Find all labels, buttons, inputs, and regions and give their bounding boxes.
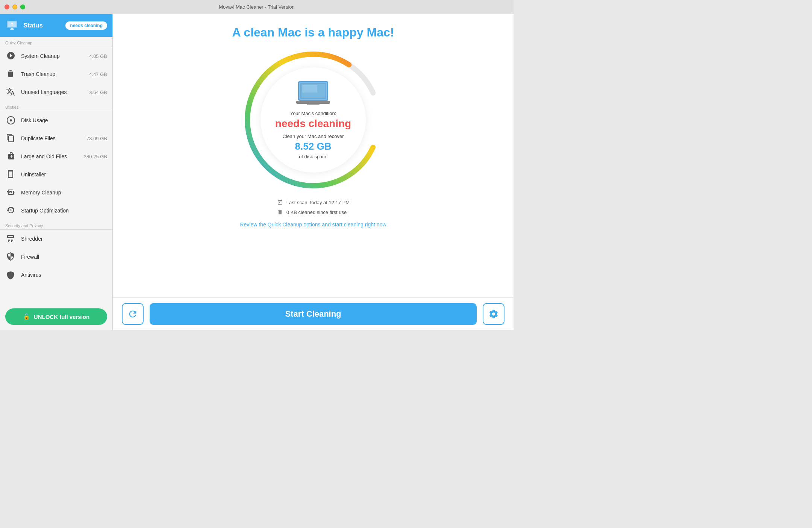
main-inner: A clean Mac is a happy Mac! (113, 14, 514, 297)
close-button[interactable] (5, 5, 9, 9)
sidebar-item-firewall[interactable]: Firewall (0, 248, 112, 266)
trash-cleanup-size: 4.47 GB (89, 71, 107, 77)
calendar-icon (277, 199, 283, 206)
trash-cleanup-icon (5, 68, 17, 80)
refresh-button[interactable] (122, 303, 144, 325)
svg-rect-9 (302, 85, 317, 93)
duplicate-files-label: Duplicate Files (21, 135, 82, 141)
refresh-icon (127, 309, 138, 319)
scan-cleaned-row: 0 KB cleaned since first use (277, 209, 347, 215)
disk-usage-label: Disk Usage (21, 117, 103, 123)
large-old-files-icon (5, 151, 17, 162)
antivirus-icon (5, 269, 17, 281)
recover-sub: of disk space (299, 154, 327, 159)
sidebar-item-system-cleanup[interactable]: System Cleanup 4.05 GB (0, 47, 112, 65)
large-old-files-size: 380.25 GB (84, 154, 107, 159)
unused-languages-size: 3.64 GB (89, 90, 107, 95)
monitor-icon (5, 19, 19, 32)
recover-size: 8.52 GB (295, 141, 332, 152)
sidebar-item-duplicate-files[interactable]: Duplicate Files 78.09 GB (0, 129, 112, 147)
maximize-button[interactable] (20, 5, 25, 9)
sidebar-item-unused-languages[interactable]: Unused Languages 3.64 GB (0, 83, 112, 101)
window-controls (5, 5, 25, 9)
uninstaller-icon (5, 169, 17, 180)
gauge-container: Your Mac's condition: needs cleaning Cle… (242, 49, 385, 191)
window-title: Movavi Mac Cleaner - Trial Version (219, 4, 295, 10)
titlebar: Movavi Mac Cleaner - Trial Version (0, 0, 514, 14)
firewall-icon (5, 251, 17, 262)
status-badge: needs cleaning (65, 21, 107, 30)
sidebar-item-memory-cleanup[interactable]: Memory Cleanup (0, 184, 112, 202)
settings-icon (488, 309, 499, 319)
sidebar-item-large-old-files[interactable]: Large and Old Files 380.25 GB (0, 147, 112, 165)
memory-cleanup-label: Memory Cleanup (21, 190, 103, 196)
section-label-security: Security and Privacy (0, 220, 112, 229)
gauge-inner: Your Mac's condition: needs cleaning Cle… (261, 67, 366, 173)
unused-languages-label: Unused Languages (21, 89, 85, 95)
system-cleanup-label: System Cleanup (21, 53, 85, 59)
shredder-icon (5, 233, 17, 244)
svg-rect-10 (296, 101, 330, 104)
antivirus-label: Antivirus (21, 272, 103, 278)
sidebar-item-status[interactable]: Status needs cleaning (0, 14, 112, 37)
review-link[interactable]: Review the Quick Cleanup options and sta… (240, 222, 386, 228)
duplicate-files-icon (5, 133, 17, 144)
sidebar-item-trash-cleanup[interactable]: Trash Cleanup 4.47 GB (0, 65, 112, 83)
scan-last-row: Last scan: today at 12:17 PM (277, 199, 350, 206)
sidebar-item-uninstaller[interactable]: Uninstaller (0, 165, 112, 184)
app-container: Status needs cleaning Quick Cleanup Syst… (0, 14, 514, 330)
start-cleaning-button[interactable]: Start Cleaning (150, 303, 477, 325)
scan-info: Last scan: today at 12:17 PM 0 KB cleane… (277, 199, 350, 215)
scan-last-text: Last scan: today at 12:17 PM (286, 200, 350, 205)
unused-languages-icon (5, 86, 17, 98)
laptop-icon (296, 80, 330, 106)
system-cleanup-size: 4.05 GB (89, 53, 107, 59)
unlock-button[interactable]: 🔓 UNLOCK full version (5, 308, 107, 325)
minimize-button[interactable] (12, 5, 17, 9)
shredder-label: Shredder (21, 236, 103, 242)
section-label-utilities: Utilities (0, 101, 112, 111)
unlock-label: UNLOCK full version (34, 314, 89, 320)
sidebar-item-startup-optimization[interactable]: Startup Optimization (0, 202, 112, 220)
condition-status: needs cleaning (275, 118, 351, 130)
sidebar: Status needs cleaning Quick Cleanup Syst… (0, 14, 113, 330)
main-content: A clean Mac is a happy Mac! (113, 14, 514, 330)
scan-cleaned-text: 0 KB cleaned since first use (286, 209, 347, 215)
section-label-quick-cleanup: Quick Cleanup (0, 37, 112, 47)
main-title: A clean Mac is a happy Mac! (232, 26, 394, 39)
settings-button[interactable] (483, 303, 504, 325)
startup-optimization-icon (5, 205, 17, 216)
svg-rect-2 (10, 29, 14, 30)
disk-usage-icon (5, 115, 17, 126)
duplicate-files-size: 78.09 GB (86, 136, 107, 141)
trash-scan-icon (277, 209, 283, 215)
system-cleanup-icon (5, 50, 17, 62)
recover-label: Clean your Mac and recover (282, 134, 344, 139)
firewall-label: Firewall (21, 254, 103, 260)
lock-icon: 🔓 (23, 313, 30, 320)
svg-rect-11 (307, 104, 320, 105)
sidebar-item-disk-usage[interactable]: Disk Usage (0, 111, 112, 129)
memory-cleanup-icon (5, 187, 17, 198)
trash-cleanup-label: Trash Cleanup (21, 71, 85, 77)
large-old-files-label: Large and Old Files (21, 153, 79, 159)
sidebar-item-antivirus[interactable]: Antivirus (0, 266, 112, 284)
sidebar-item-shredder[interactable]: Shredder (0, 230, 112, 248)
startup-optimization-label: Startup Optimization (21, 208, 103, 214)
status-label: Status (23, 22, 61, 29)
uninstaller-label: Uninstaller (21, 171, 103, 178)
condition-label: Your Mac's condition: (290, 111, 336, 116)
bottom-bar: Start Cleaning (113, 297, 514, 330)
